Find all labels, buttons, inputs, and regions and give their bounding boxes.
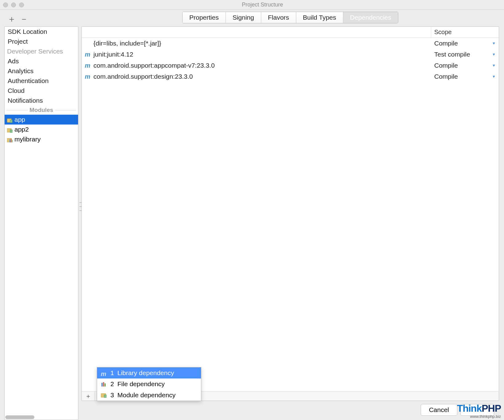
chevron-down-icon: ▼ [492, 74, 496, 79]
module-item-app[interactable]: app [5, 115, 78, 125]
scope-dropdown[interactable]: Compile▼ [431, 72, 499, 81]
tab-bar: Properties Signing Flavors Build Types D… [81, 10, 499, 25]
dependency-name: {dir=libs, include=[*.jar]} [93, 40, 161, 47]
sidebar-item-cloud[interactable]: Cloud [5, 86, 78, 96]
tab-properties[interactable]: Properties [183, 12, 226, 23]
chevron-down-icon: ▼ [492, 63, 496, 68]
module-label: mylibrary [14, 136, 41, 143]
maven-icon: m [101, 370, 107, 376]
sidebar-item-sdk-location[interactable]: SDK Location [5, 27, 78, 37]
sidebar-list[interactable]: SDK Location Project Developer Services … [4, 26, 78, 420]
menu-label: Module dependency [117, 391, 175, 399]
table-header: Scope [82, 27, 499, 38]
menu-item-library-dependency[interactable]: m 1 Library dependency [97, 367, 201, 378]
module-item-app2[interactable]: app2 [5, 125, 78, 134]
svg-rect-8 [101, 383, 103, 386]
close-window-button[interactable] [3, 2, 8, 7]
module-label: app [14, 116, 25, 123]
svg-rect-4 [7, 138, 11, 142]
window-title: Project Structure [24, 2, 501, 8]
minimize-window-button[interactable] [11, 2, 16, 7]
scope-dropdown[interactable]: Compile▼ [431, 61, 499, 70]
column-header-scope: Scope [431, 27, 499, 38]
svg-rect-12 [104, 395, 106, 398]
splitter-handle[interactable] [79, 200, 82, 213]
menu-label: Library dependency [117, 369, 174, 377]
module-label: app2 [14, 126, 29, 133]
module-icon [7, 117, 13, 122]
add-button[interactable]: ＋ [7, 15, 16, 23]
maven-icon: m [85, 51, 92, 58]
dependency-name: com.android.support:appcompat-v7:23.3.0 [93, 62, 215, 69]
svg-rect-10 [104, 383, 106, 386]
sidebar-item-authentication[interactable]: Authentication [5, 76, 78, 86]
add-dependency-menu: m 1 Library dependency 2 File dependency… [97, 367, 201, 401]
svg-rect-6 [11, 139, 12, 142]
chevron-down-icon: ▼ [492, 52, 496, 57]
zoom-window-button[interactable] [19, 2, 24, 7]
project-structure-dialog: Project Structure ＋ － SDK Location Proje… [0, 0, 504, 420]
remove-button[interactable]: － [20, 15, 28, 23]
table-row[interactable]: mjunit:junit:4.12 Test compile▼ [82, 49, 499, 60]
module-icon [7, 127, 13, 132]
sidebar-toolbar: ＋ － [4, 14, 78, 26]
sidebar-item-notifications[interactable]: Notifications [5, 96, 78, 105]
svg-rect-1 [10, 120, 12, 123]
menu-label: File dependency [117, 380, 165, 388]
tab-signing[interactable]: Signing [226, 12, 261, 23]
table-row[interactable]: mcom.android.support:appcompat-v7:23.3.0… [82, 60, 499, 71]
horizontal-scrollbar-thumb[interactable] [5, 415, 34, 419]
tab-build-types[interactable]: Build Types [296, 12, 343, 23]
books-icon [101, 381, 107, 387]
column-header-name [82, 27, 431, 38]
sidebar-item-project[interactable]: Project [5, 37, 78, 46]
dialog-buttons: Cancel [81, 401, 499, 418]
dependency-name: com.android.support:design:23.3.0 [93, 73, 193, 80]
titlebar: Project Structure [0, 0, 504, 10]
sidebar-item-analytics[interactable]: Analytics [5, 66, 78, 76]
menu-item-module-dependency[interactable]: 3 Module dependency [97, 390, 201, 401]
chevron-down-icon: ▼ [492, 41, 496, 46]
scope-dropdown[interactable]: Test compile▼ [431, 50, 499, 59]
cancel-button[interactable]: Cancel [421, 404, 457, 416]
window-controls [3, 2, 24, 7]
dependency-name: junit:junit:4.12 [93, 51, 133, 58]
sidebar-section-developer-services: Developer Services [5, 46, 78, 56]
module-item-mylibrary[interactable]: mylibrary [5, 134, 78, 144]
svg-rect-9 [103, 382, 104, 386]
svg-rect-3 [10, 130, 12, 133]
scope-dropdown[interactable]: Compile▼ [431, 38, 499, 48]
maven-icon: m [85, 73, 92, 80]
maven-icon: m [85, 62, 92, 69]
library-icon [7, 137, 13, 142]
tab-dependencies[interactable]: Dependencies [343, 12, 398, 23]
sidebar-item-ads[interactable]: Ads [5, 56, 78, 66]
sidebar-column: ＋ － SDK Location Project Developer Servi… [0, 10, 78, 420]
dependencies-panel: Scope {dir=libs, include=[*.jar]} Compil… [81, 26, 499, 401]
table-row[interactable]: mcom.android.support:design:23.3.0 Compi… [82, 71, 499, 82]
svg-rect-5 [10, 139, 10, 142]
menu-item-file-dependency[interactable]: 2 File dependency [97, 378, 201, 390]
svg-rect-7 [12, 140, 13, 142]
module-icon [101, 392, 107, 398]
table-row[interactable]: {dir=libs, include=[*.jar]} Compile▼ [82, 38, 499, 49]
dialog-body: ＋ － SDK Location Project Developer Servi… [0, 10, 504, 420]
sidebar-section-modules: Modules [5, 105, 78, 115]
tab-flavors[interactable]: Flavors [261, 12, 296, 23]
tab-group: Properties Signing Flavors Build Types D… [182, 12, 398, 23]
content-column: Properties Signing Flavors Build Types D… [78, 10, 504, 420]
add-dependency-button[interactable]: ＋ [82, 391, 95, 401]
ok-button[interactable] [460, 404, 494, 416]
